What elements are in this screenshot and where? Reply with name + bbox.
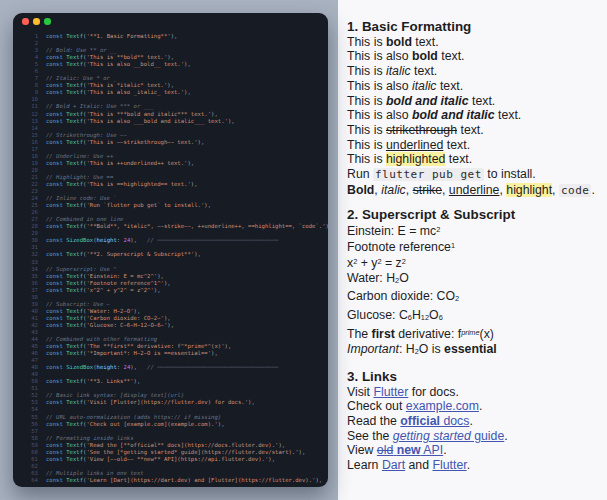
text-segment: highlight [506, 183, 552, 197]
link[interactable]: API [421, 443, 444, 457]
code-line: 17 [13, 146, 328, 153]
code-string: 'View [~~old~~ **new** API](https://api.… [86, 456, 268, 462]
line-number: 25 [13, 202, 38, 209]
text-segment: , [442, 183, 449, 197]
code-string: 'This is also _italic_ text.' [86, 89, 184, 95]
link[interactable]: Flutter [373, 385, 408, 399]
code-line: 1const Textf('**1. Basic Formatting**'), [13, 33, 328, 40]
text-segment: Bold [347, 183, 374, 197]
text-segment: Footnote reference [347, 240, 451, 254]
link[interactable]: guide [471, 429, 505, 443]
text-segment: Carbon dioxide: CO [347, 289, 455, 303]
code-text: const Textf('This is *italic* text.'), [46, 82, 174, 89]
code-token: Textf [66, 181, 83, 187]
code-token: Textf [66, 378, 83, 384]
line-number: 18 [13, 153, 38, 160]
text-segment: 2 [402, 257, 406, 266]
code-string: 'This is **bold** text.' [86, 54, 167, 60]
code-token: Textf [66, 343, 83, 349]
link[interactable]: example.com [406, 399, 479, 413]
text-segment: See the [347, 429, 393, 443]
link[interactable]: docs [440, 414, 469, 428]
code-token: Textf [66, 477, 83, 483]
line-number: 38 [13, 294, 38, 301]
code-token: Textf [66, 287, 83, 293]
line-number: 52 [13, 392, 38, 399]
code-comment: // ──────────────────────────────────── [147, 237, 278, 243]
minimize-button[interactable] [33, 18, 40, 25]
code-token: ), [134, 308, 141, 314]
code-token: ), [187, 160, 194, 166]
code-token: ), [248, 399, 255, 405]
code-token: const [46, 54, 66, 60]
code-comment: // Basic link syntax: [display text](url… [46, 392, 184, 398]
preview-line: Read the official docs. [347, 414, 601, 429]
code-token: ), [211, 111, 218, 117]
text-segment: 2. Superscript & Subscript [347, 207, 515, 222]
code-token: const [46, 421, 66, 427]
code-token: Textf [66, 139, 83, 145]
code-token: const [46, 315, 66, 321]
code-token: ), [211, 350, 218, 356]
link[interactable]: official [400, 414, 440, 428]
code-line: 44// Combined with other formatting [13, 336, 328, 343]
code-line: 54 [13, 406, 328, 413]
code-comment: // Combined in one line [46, 216, 123, 222]
code-string: '**2. Superscript & Subscript**' [86, 251, 194, 257]
code-string: 'Visit [Flutter](https://flutter.dev) fo… [86, 399, 248, 405]
text-segment: . [479, 399, 482, 413]
code-comment: // Inline code: Use ` [46, 195, 117, 201]
text-segment: This is [347, 35, 386, 49]
code-token: const [46, 33, 66, 39]
code-line: 50const Textf('**3. Links**'), [13, 378, 328, 385]
code-token: Textf [66, 54, 83, 60]
code-line: 38 [13, 294, 328, 301]
code-token: const [46, 456, 66, 462]
code-token: ), [268, 456, 275, 462]
text-segment: O [429, 308, 439, 322]
line-number: 50 [13, 378, 38, 385]
text-segment: to install. [484, 167, 536, 181]
text-segment: text. [445, 152, 472, 166]
text-segment: text. [443, 138, 470, 152]
line-number: 6 [13, 68, 38, 75]
text-segment: View [347, 443, 377, 457]
code-text: const Textf('This is ++underlined++ text… [46, 160, 194, 167]
link[interactable]: getting started [393, 429, 471, 443]
line-number: 7 [13, 75, 38, 82]
code-comment: // Superscript: Use ^ [46, 266, 117, 272]
line-number: 56 [13, 421, 38, 428]
link[interactable]: Flutter [432, 458, 466, 472]
text-segment: . [469, 414, 472, 428]
zoom-button[interactable] [44, 18, 51, 25]
code-line: 11// Bold + Italic: Use *** or ___ [13, 103, 328, 110]
text-segment: 1. Basic Formatting [347, 19, 471, 34]
code-token: Textf [66, 308, 83, 314]
link[interactable]: Dart [382, 458, 405, 472]
close-button[interactable] [22, 18, 29, 25]
section-heading: 3. Links [347, 370, 601, 385]
code-token: height [97, 364, 117, 370]
line-number: 5 [13, 61, 38, 68]
line-number: 55 [13, 414, 38, 421]
line-number: 59 [13, 442, 38, 449]
code-string: 'This is ++underlined++ text.' [86, 160, 187, 166]
text-segment: O is [419, 342, 444, 356]
line-number: 11 [13, 103, 38, 110]
code-token: Textf [66, 118, 83, 124]
window-titlebar[interactable] [13, 13, 328, 30]
link[interactable]: new [397, 443, 421, 457]
code-token: ), [228, 118, 235, 124]
code-token: ), [315, 477, 322, 483]
code-line: 34// Superscript: Use ^ [13, 266, 328, 273]
preview-line: The first derivative: fprime(x) [347, 326, 601, 342]
code-area[interactable]: 1const Textf('**1. Basic Formatting**'),… [13, 30, 328, 484]
text-segment: italic [381, 183, 406, 197]
link[interactable]: old [377, 443, 393, 457]
code-token: ), [154, 287, 161, 293]
line-number: 27 [13, 216, 38, 223]
text-segment: 6 [439, 313, 443, 322]
code-text: const Textf('This is ==highlighted== tex… [46, 181, 198, 188]
code-token: const [46, 89, 66, 95]
code-token: Textf [66, 273, 83, 279]
